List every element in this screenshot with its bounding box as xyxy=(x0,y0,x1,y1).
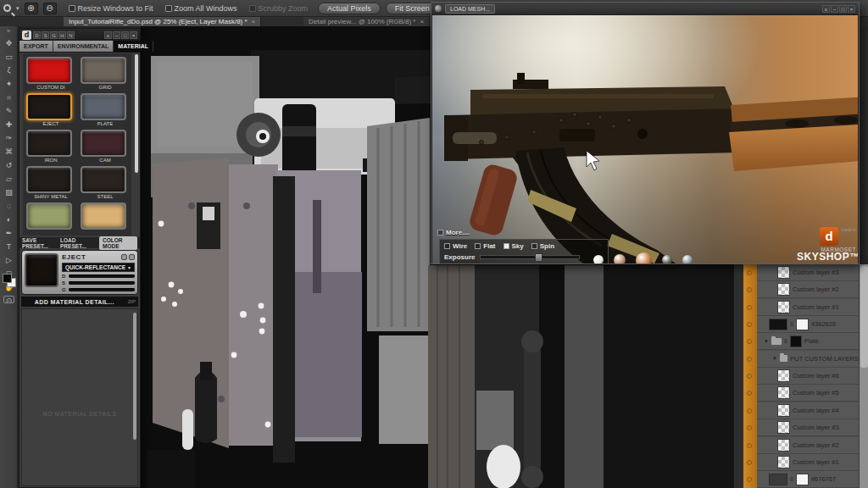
layer-mask-thumbnail[interactable] xyxy=(796,319,809,330)
layer-visibility-toggle[interactable] xyxy=(747,443,752,448)
checkbox-box-zoom-all-windows[interactable] xyxy=(165,5,172,12)
environment-sphere-3[interactable] xyxy=(636,252,652,264)
zoom-out-button[interactable]: ⊖ xyxy=(43,3,57,14)
layer-thumbnail[interactable] xyxy=(777,283,790,296)
dodge-tool[interactable]: ◐ xyxy=(0,213,18,226)
ddo-channel-d[interactable]: D xyxy=(33,31,41,39)
more-checkbox[interactable] xyxy=(437,230,443,236)
layers-scrollbar-thumb[interactable] xyxy=(860,266,868,368)
eyedropper-tool[interactable]: ✎ xyxy=(0,104,18,118)
ddo-window-button-3[interactable]: × xyxy=(130,31,137,39)
viewer-window-button-2[interactable]: □ xyxy=(839,5,847,13)
ddo-channel-g[interactable]: G xyxy=(50,31,58,39)
channel-slider-s[interactable] xyxy=(69,281,135,285)
gradient-tool[interactable]: ▨ xyxy=(0,186,18,199)
toggle-checkbox-flat[interactable] xyxy=(475,243,481,249)
environment-sphere-2[interactable] xyxy=(614,254,626,263)
toggle-checkbox-spin[interactable] xyxy=(531,243,537,249)
group-mask-thumbnail[interactable] xyxy=(790,336,802,347)
layer-visibility-toggle[interactable] xyxy=(747,357,752,362)
ddo-tab-environmental[interactable]: ENVIRONMENTAL xyxy=(53,41,114,52)
layer-row-custom-layer-3-9[interactable]: Custom layer #3 xyxy=(757,419,859,436)
history-brush-tool[interactable]: ↺ xyxy=(0,158,18,172)
material-swatch-cam[interactable]: CAM xyxy=(79,128,130,164)
ddo-channel-s[interactable]: S xyxy=(42,31,49,39)
channel-slider-d[interactable] xyxy=(69,274,135,278)
material-grid-scrollbar[interactable] xyxy=(135,54,138,173)
toggle-flat[interactable]: Flat xyxy=(475,242,495,250)
layer-thumbnail[interactable] xyxy=(777,266,790,279)
layer-row-custom-layer-1-2[interactable]: Custom layer #1 xyxy=(757,299,859,316)
ddo-tab-material[interactable]: MATERIAL xyxy=(114,41,153,52)
ddo-tab-export[interactable]: EXPORT xyxy=(19,41,53,52)
quick-mask-icon[interactable] xyxy=(3,296,14,303)
move-tool[interactable]: ✥ xyxy=(0,36,18,50)
layer-mask-thumbnail[interactable] xyxy=(796,474,809,485)
material-swatch-shiny-metal[interactable]: SHINY METAL xyxy=(25,164,75,201)
layer-thumbnail[interactable] xyxy=(777,404,790,417)
group-expand-arrow[interactable]: ▼ xyxy=(772,356,777,361)
zoom-in-button[interactable]: ⊕ xyxy=(25,3,38,14)
layer-row-custom-layer-4-8[interactable]: Custom layer #4 xyxy=(757,402,859,419)
layer-row-plate-4[interactable]: ▼8Plate xyxy=(757,333,859,350)
layer-row-custom-layer-2-1[interactable]: Custom layer #2 xyxy=(757,281,859,298)
layer-row-custom-layer-1-11[interactable]: Custom layer #1 xyxy=(757,454,859,471)
current-material-thumbnail[interactable] xyxy=(25,253,58,287)
document-tab-2[interactable]: Detail preview... @ 100% (RGB/8) *× xyxy=(303,17,430,26)
checkbox-resize-windows-to-fit[interactable]: Resize Windows to Fit xyxy=(69,4,153,13)
channel-slider-g[interactable] xyxy=(69,288,135,291)
environment-sphere-4[interactable] xyxy=(662,255,672,263)
toggle-spin[interactable]: Spin xyxy=(531,242,554,250)
crop-tool[interactable]: ⌗ xyxy=(0,91,18,104)
toggle-checkbox-wire[interactable] xyxy=(444,243,450,249)
ddo-window-button-1[interactable]: – xyxy=(113,31,120,39)
document-tab-1[interactable]: Input_TutorialRifle_dDo.psd @ 25% (Eject… xyxy=(64,17,261,26)
checkbox-zoom-all-windows[interactable]: Zoom All Windows xyxy=(165,4,237,13)
layer-visibility-toggle[interactable] xyxy=(747,477,752,482)
lasso-tool[interactable]: ζ xyxy=(0,64,18,77)
layer-visibility-toggle[interactable] xyxy=(747,460,752,465)
add-material-detail-button[interactable]: ADD MATERIAL DETAIL... ZIP xyxy=(21,297,138,307)
layer-row-custom-layer-2-10[interactable]: Custom layer #2 xyxy=(757,437,859,454)
material-swatch-custom-di[interactable]: CUSTOM DI xyxy=(25,55,75,92)
layer-row-362626-3[interactable]: 8#362626 xyxy=(757,316,859,333)
layer-thumbnail[interactable] xyxy=(777,456,790,469)
eraser-tool[interactable]: ▱ xyxy=(0,172,18,186)
layer-thumbnail[interactable] xyxy=(777,369,790,382)
layer-thumbnail[interactable] xyxy=(777,386,790,399)
layer-visibility-toggle[interactable] xyxy=(747,339,752,344)
material-swatch-grid[interactable]: GRID xyxy=(79,55,130,92)
layer-visibility-toggle[interactable] xyxy=(747,305,752,310)
reflectance-dropdown[interactable]: QUICK-REFLECTANCE ▼ xyxy=(62,263,135,272)
material-detail-list[interactable]: NO MATERIAL DETAILS xyxy=(21,308,138,486)
material-swatch-plate[interactable]: PLATE xyxy=(79,92,130,128)
checkbox-scrubby-zoom[interactable]: Scrubby Zoom xyxy=(249,4,309,13)
layer-visibility-toggle[interactable] xyxy=(747,374,752,379)
quick-selection-tool[interactable]: ✦ xyxy=(0,77,18,91)
marquee-tool[interactable]: ▭ xyxy=(0,50,18,64)
fill-layer-thumbnail[interactable] xyxy=(769,319,787,330)
tab-close-icon[interactable]: × xyxy=(420,18,424,25)
path-selection-tool[interactable]: ▷ xyxy=(0,253,18,267)
3d-viewport[interactable]: More.... WireFlatSkySpin Exposure d made… xyxy=(432,15,858,263)
exposure-slider[interactable] xyxy=(480,255,580,259)
group-expand-arrow[interactable]: ▼ xyxy=(764,339,769,344)
layer-row-676767-12[interactable]: 8#676767 xyxy=(757,471,859,488)
ddo-channel-n[interactable]: N xyxy=(67,31,75,39)
viewer-window-button-0[interactable]: c xyxy=(822,5,830,13)
blur-tool[interactable]: ◌ xyxy=(0,199,18,213)
button-color-mode[interactable]: COLOR MODE xyxy=(99,236,137,250)
tool-preset-caret-icon[interactable]: ▾ xyxy=(16,5,19,12)
layer-visibility-toggle[interactable] xyxy=(747,322,752,327)
brush-tool[interactable]: ✑ xyxy=(0,131,18,145)
load-mesh-button[interactable]: LOAD MESH... xyxy=(445,4,495,14)
layer-visibility-toggle[interactable] xyxy=(747,425,752,430)
layer-row-custom-layer-5-7[interactable]: Custom layer #5 xyxy=(757,385,859,402)
layer-thumbnail[interactable] xyxy=(777,301,790,313)
ddo-window-button-2[interactable]: □ xyxy=(121,31,129,39)
material-swatch-material-8[interactable] xyxy=(25,201,75,236)
type-tool[interactable]: T xyxy=(0,240,18,253)
foreground-color-swatch[interactable] xyxy=(3,274,12,283)
color-swatches[interactable] xyxy=(3,274,16,287)
exposure-slider-thumb[interactable] xyxy=(535,253,542,262)
